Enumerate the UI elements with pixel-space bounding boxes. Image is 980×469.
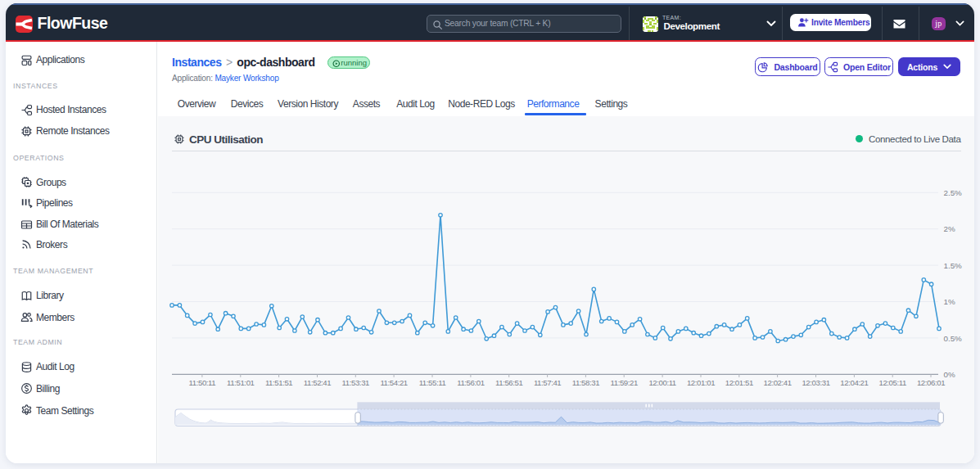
svg-text:0%: 0% [944,370,955,379]
svg-text:11:51:51: 11:51:51 [265,378,292,387]
svg-text:12:06:01: 12:06:01 [917,378,945,387]
svg-text:12:03:31: 12:03:31 [802,378,829,387]
svg-text:12:01:01: 12:01:01 [687,378,715,387]
svg-text:11:57:41: 11:57:41 [534,378,561,387]
svg-text:1%: 1% [944,297,955,306]
svg-text:11:52:41: 11:52:41 [304,378,331,387]
svg-text:11:56:51: 11:56:51 [495,378,522,387]
svg-text:2%: 2% [944,224,955,233]
svg-text:11:50:11: 11:50:11 [189,378,216,387]
svg-text:12:04:21: 12:04:21 [840,378,868,387]
svg-text:11:53:31: 11:53:31 [342,378,369,387]
svg-text:0.5%: 0.5% [944,334,963,343]
svg-text:12:02:41: 12:02:41 [764,378,792,387]
svg-text:11:59:21: 11:59:21 [610,378,637,387]
svg-text:12:01:51: 12:01:51 [725,378,753,387]
svg-text:11:54:21: 11:54:21 [380,378,407,387]
svg-text:11:55:11: 11:55:11 [419,378,446,387]
svg-text:2.5%: 2.5% [944,188,963,197]
svg-text:1.5%: 1.5% [944,261,963,270]
svg-text:11:58:31: 11:58:31 [572,378,599,387]
svg-text:11:56:01: 11:56:01 [457,378,484,387]
svg-text:12:00:11: 12:00:11 [648,378,675,387]
svg-text:12:05:11: 12:05:11 [878,378,905,387]
svg-text:11:51:01: 11:51:01 [227,378,254,387]
